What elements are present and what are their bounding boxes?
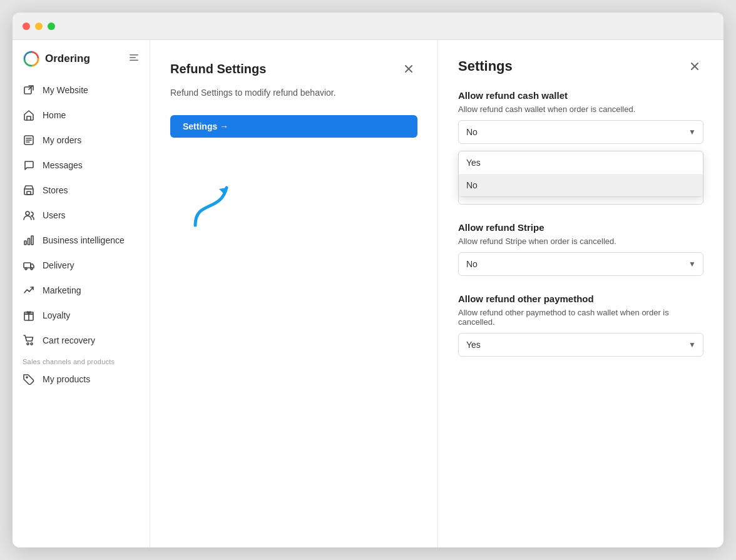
title-bar	[13, 13, 723, 40]
cash-wallet-select-wrapper: No Yes ▼	[458, 120, 703, 144]
sidebar-item-marketing[interactable]: Marketing	[13, 278, 150, 303]
setting-stripe-desc: Allow refund Stripe when order is cancel…	[458, 237, 703, 246]
setting-other-paymethod-title: Allow refund other paymethod	[458, 293, 703, 304]
users-icon	[23, 209, 35, 221]
sidebar-item-home[interactable]: Home	[13, 103, 150, 128]
svg-rect-13	[27, 191, 31, 195]
bar-chart-icon	[23, 234, 35, 247]
setting-cash-wallet-title: Allow refund cash wallet	[458, 90, 703, 101]
logo-text: Ordering	[45, 53, 90, 65]
setting-group-stripe: Allow refund Stripe Allow refund Stripe …	[458, 222, 703, 276]
svg-rect-16	[28, 238, 30, 245]
cash-wallet-select[interactable]: No Yes	[458, 120, 703, 144]
sidebar-item-users-label: Users	[43, 210, 66, 220]
sidebar-item-loyalty-label: Loyalty	[43, 310, 70, 320]
home-icon	[23, 109, 35, 121]
settings-panel-close-button[interactable]	[686, 58, 703, 75]
sidebar-item-marketing-label: Marketing	[43, 285, 81, 295]
sidebar-item-cart-recovery-label: Cart recovery	[43, 335, 95, 345]
svg-rect-3	[130, 59, 138, 61]
svg-point-24	[27, 343, 29, 345]
sidebar-item-my-products-label: My products	[43, 374, 90, 384]
cash-wallet-select-closed: No Yes ▼	[458, 120, 703, 144]
sidebar-item-home-label: Home	[43, 110, 66, 120]
svg-point-20	[31, 268, 33, 270]
refund-panel-header: Refund Settings	[170, 60, 417, 78]
traffic-light-red[interactable]	[23, 23, 30, 30]
svg-point-25	[31, 343, 33, 345]
external-link-icon	[23, 84, 35, 96]
svg-point-14	[26, 211, 29, 215]
curved-arrow-icon	[183, 175, 233, 232]
arrow-illustration	[170, 138, 417, 527]
settings-panel: Settings Allow refund cash wallet Allow …	[438, 40, 723, 547]
refund-settings-panel: Refund Settings Refund Settings to modif…	[150, 40, 438, 547]
dropdown-overlay: Yes No	[458, 151, 703, 197]
sidebar-item-business-intelligence[interactable]: Business intelligence	[13, 228, 150, 253]
collapse-sidebar-button[interactable]	[128, 52, 140, 66]
refund-panel-description: Refund Settings to modify refund behavio…	[170, 88, 417, 98]
sidebar-item-business-intelligence-label: Business intelligence	[43, 235, 125, 245]
svg-point-26	[26, 377, 28, 378]
shopping-cart-icon	[23, 334, 35, 347]
svg-rect-17	[31, 236, 33, 245]
app-window: Ordering	[13, 13, 723, 547]
store-icon	[23, 184, 35, 196]
app-body: Ordering	[13, 40, 723, 547]
stripe-select-wrapper: No Yes ▼	[458, 252, 703, 276]
traffic-light-yellow[interactable]	[35, 23, 43, 30]
gift-icon	[23, 309, 35, 322]
sidebar-item-delivery-label: Delivery	[43, 260, 74, 270]
dropdown-option-yes[interactable]: Yes	[459, 151, 703, 174]
settings-panel-title: Settings	[458, 58, 513, 74]
sidebar-header: Ordering	[13, 40, 150, 75]
refund-panel-close-button[interactable]	[400, 60, 417, 78]
sidebar-item-my-website-label: My Website	[43, 85, 88, 95]
sidebar-item-messages-label: Messages	[43, 160, 83, 170]
section-label-sales: Sales channels and products	[13, 353, 150, 367]
sidebar-item-my-orders[interactable]: My orders	[13, 128, 150, 153]
sidebar-item-my-products[interactable]: My products	[13, 367, 150, 392]
logo-icon	[23, 50, 40, 68]
tag-icon	[23, 373, 35, 385]
setting-stripe-title: Allow refund Stripe	[458, 222, 703, 233]
truck-icon	[23, 259, 35, 272]
svg-rect-15	[24, 241, 26, 245]
sidebar-item-stores[interactable]: Stores	[13, 178, 150, 203]
main-content: Refund Settings Refund Settings to modif…	[150, 40, 723, 547]
stripe-select[interactable]: No Yes	[458, 252, 703, 276]
setting-group-other-paymethod: Allow refund other paymethod Allow refun…	[458, 293, 703, 357]
svg-point-0	[23, 51, 39, 67]
setting-group-cash-wallet: Allow refund cash wallet Allow refund ca…	[458, 90, 703, 144]
sidebar-item-my-website[interactable]: My Website	[13, 78, 150, 103]
svg-rect-1	[130, 54, 138, 56]
sidebar-item-users[interactable]: Users	[13, 203, 150, 228]
traffic-light-green[interactable]	[48, 23, 55, 30]
sidebar-item-cart-recovery[interactable]: Cart recovery	[13, 328, 150, 353]
dropdown-option-no[interactable]: No	[459, 174, 703, 196]
svg-point-19	[25, 268, 27, 270]
other-paymethod-select[interactable]: Yes No	[458, 333, 703, 357]
svg-rect-2	[130, 57, 136, 58]
sidebar-nav: My Website Home	[13, 75, 150, 394]
sidebar-item-loyalty[interactable]: Loyalty	[13, 303, 150, 328]
list-icon	[23, 134, 35, 146]
svg-rect-18	[24, 263, 31, 268]
setting-other-paymethod-desc: Allow refund other paymethod to cash wal…	[458, 308, 703, 327]
sidebar-item-my-orders-label: My orders	[43, 135, 81, 145]
sidebar-item-delivery[interactable]: Delivery	[13, 253, 150, 278]
setting-cash-wallet-desc: Allow refund cash wallet when order is c…	[458, 104, 703, 114]
sidebar-item-stores-label: Stores	[43, 185, 68, 195]
message-icon	[23, 159, 35, 171]
sidebar-item-messages[interactable]: Messages	[13, 153, 150, 178]
other-paymethod-select-wrapper: Yes No ▼	[458, 333, 703, 357]
settings-panel-header: Settings	[458, 58, 703, 75]
refund-panel-title: Refund Settings	[170, 62, 266, 76]
settings-button[interactable]: Settings →	[170, 115, 417, 138]
trending-up-icon	[23, 284, 35, 297]
sidebar: Ordering	[13, 40, 150, 547]
